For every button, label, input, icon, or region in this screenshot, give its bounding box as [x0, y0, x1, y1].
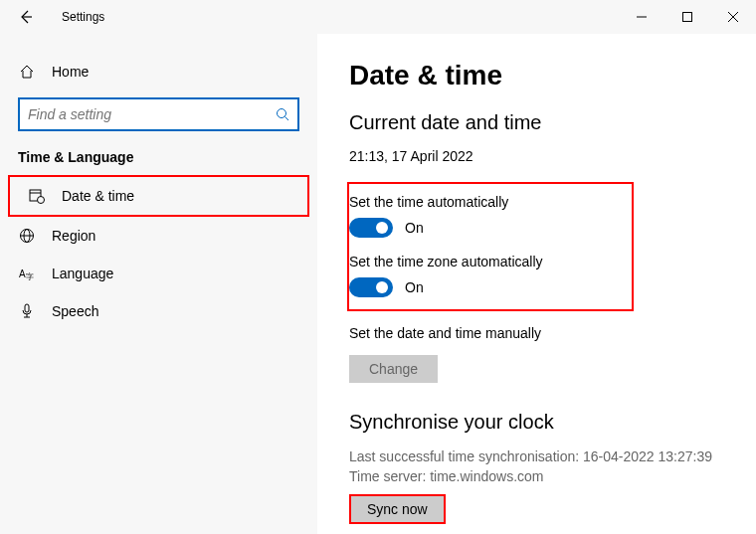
svg-line-6 [285, 117, 289, 121]
sync-last: Last successful time synchronisation: 16… [349, 447, 728, 467]
search-box[interactable] [18, 97, 299, 131]
svg-rect-2 [683, 13, 692, 22]
search-input[interactable] [28, 106, 276, 122]
content-area: Date & time Current date and time 21:13,… [317, 34, 756, 534]
auto-tz-toggle[interactable] [349, 277, 393, 297]
svg-text:字: 字 [26, 272, 34, 281]
auto-time-state: On [405, 220, 424, 236]
globe-icon [18, 228, 36, 244]
svg-text:A: A [19, 268, 26, 279]
nav-language[interactable]: A字 Language [0, 255, 317, 292]
nav-speech[interactable]: Speech [0, 292, 317, 330]
window-title: Settings [62, 10, 104, 24]
minimize-button[interactable] [619, 0, 664, 34]
nav-label: Language [52, 266, 113, 281]
close-button[interactable] [710, 0, 756, 34]
sync-title: Synchronise your clock [349, 411, 728, 434]
auto-tz-state: On [405, 279, 424, 295]
auto-time-label: Set the time automatically [349, 194, 620, 210]
nav-date-time[interactable]: Date & time [8, 175, 309, 217]
section-subtitle: Current date and time [349, 111, 728, 134]
svg-point-9 [38, 197, 45, 204]
svg-rect-15 [25, 304, 29, 312]
search-icon [276, 107, 289, 121]
auto-tz-label: Set the time zone automatically [349, 254, 620, 269]
nav-region[interactable]: Region [0, 217, 317, 255]
back-button[interactable] [18, 9, 40, 25]
current-datetime: 21:13, 17 April 2022 [349, 148, 728, 164]
manual-label: Set the date and time manually [349, 325, 728, 341]
home-icon [18, 64, 36, 80]
language-icon: A字 [18, 266, 36, 281]
category-heading: Time & Language [0, 149, 317, 175]
auto-time-toggle[interactable] [349, 218, 393, 238]
sync-now-button[interactable]: Sync now [349, 494, 446, 524]
maximize-button[interactable] [664, 0, 710, 34]
nav-label: Date & time [62, 188, 134, 204]
calendar-clock-icon [28, 188, 46, 204]
sidebar: Home Time & Language Date & time Region [0, 34, 317, 534]
change-button: Change [349, 355, 438, 383]
sync-server: Time server: time.windows.com [349, 467, 728, 487]
nav-label: Region [52, 228, 95, 244]
home-label: Home [52, 64, 89, 80]
home-nav[interactable]: Home [0, 54, 317, 89]
nav-label: Speech [52, 303, 98, 319]
page-title: Date & time [349, 60, 728, 91]
svg-point-5 [278, 109, 286, 118]
microphone-icon [18, 303, 36, 319]
auto-settings-block: Set the time automatically On Set the ti… [347, 182, 634, 311]
